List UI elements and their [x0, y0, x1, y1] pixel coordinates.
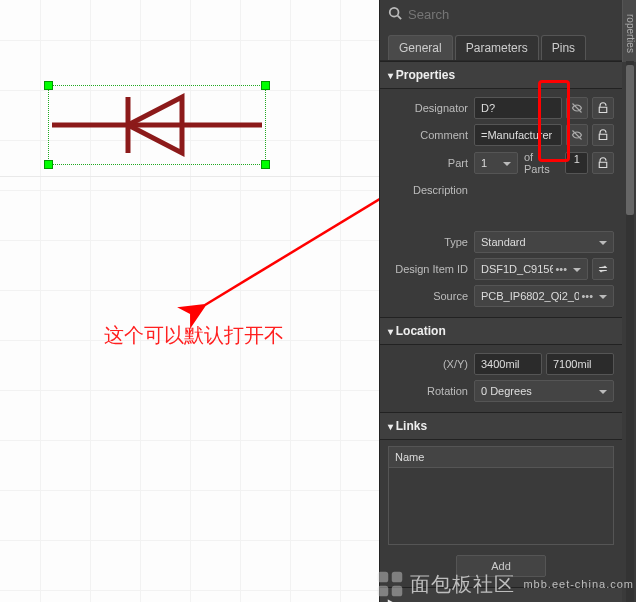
- designator-lock-toggle[interactable]: [592, 97, 614, 119]
- comment-visibility-toggle[interactable]: [566, 124, 588, 146]
- part-lock-toggle[interactable]: [592, 152, 614, 174]
- links-body[interactable]: [389, 468, 613, 544]
- part-select[interactable]: 1: [474, 152, 518, 174]
- section-location-header[interactable]: Location: [380, 317, 622, 345]
- description-label: Description: [388, 180, 474, 196]
- scrollbar-thumb[interactable]: [626, 65, 634, 215]
- tab-bar: General Parameters Pins: [380, 29, 636, 61]
- properties-panel: roperties General Parameters Pins Proper…: [379, 0, 636, 602]
- design-item-id-label: Design Item ID: [388, 263, 474, 275]
- rotation-select[interactable]: 0 Degrees: [474, 380, 614, 402]
- type-label: Type: [388, 236, 474, 248]
- of-parts-value: 1: [565, 152, 588, 174]
- tab-parameters[interactable]: Parameters: [455, 35, 539, 60]
- source-field[interactable]: PCB_IP6802_Qi2_0.S•••: [474, 285, 614, 307]
- schematic-canvas[interactable]: 这个可以默认打开不: [0, 0, 379, 602]
- description-area[interactable]: [474, 180, 614, 226]
- links-table[interactable]: Name: [388, 446, 614, 545]
- section-collapsed[interactable]: [380, 587, 622, 602]
- tab-pins[interactable]: Pins: [541, 35, 586, 60]
- design-item-swap-button[interactable]: [592, 258, 614, 280]
- search-icon: [388, 6, 402, 23]
- search-input[interactable]: [408, 7, 628, 22]
- links-col-name[interactable]: Name: [389, 447, 613, 468]
- selection-box[interactable]: [48, 85, 266, 165]
- svg-point-4: [390, 8, 399, 17]
- resize-handle-tr[interactable]: [261, 81, 270, 90]
- add-button[interactable]: Add: [456, 555, 546, 577]
- section-links-header[interactable]: Links: [380, 412, 622, 440]
- comment-input[interactable]: [474, 124, 562, 146]
- part-label: Part: [388, 157, 474, 169]
- designator-label: Designator: [388, 102, 474, 114]
- y-input[interactable]: [546, 353, 614, 375]
- comment-lock-toggle[interactable]: [592, 124, 614, 146]
- resize-handle-bl[interactable]: [44, 160, 53, 169]
- annotation-text: 这个可以默认打开不: [104, 322, 284, 349]
- resize-handle-tl[interactable]: [44, 81, 53, 90]
- properties-side-tab[interactable]: roperties: [622, 0, 636, 62]
- rotation-label: Rotation: [388, 385, 474, 397]
- design-item-id-field[interactable]: DSF1D_C915614•••: [474, 258, 588, 280]
- x-input[interactable]: [474, 353, 542, 375]
- of-parts-label: of Parts: [522, 151, 561, 175]
- type-select[interactable]: Standard: [474, 231, 614, 253]
- comment-label: Comment: [388, 129, 474, 141]
- resize-handle-br[interactable]: [261, 160, 270, 169]
- xy-label: (X/Y): [388, 358, 474, 370]
- svg-line-5: [398, 16, 402, 20]
- designator-visibility-toggle[interactable]: [566, 97, 588, 119]
- source-label: Source: [388, 290, 474, 302]
- scrollbar[interactable]: [626, 61, 634, 602]
- designator-input[interactable]: [474, 97, 562, 119]
- tab-general[interactable]: General: [388, 35, 453, 60]
- section-properties-header[interactable]: Properties: [380, 61, 622, 89]
